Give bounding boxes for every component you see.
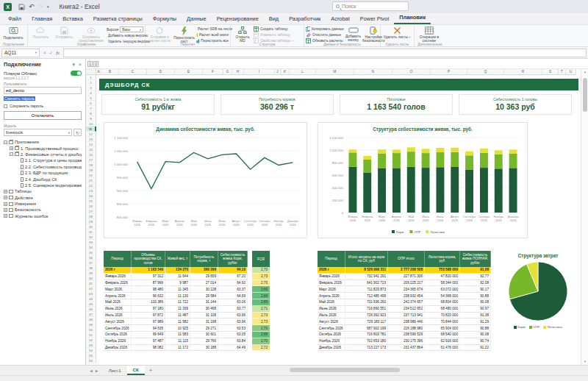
row-header[interactable]: 17 xyxy=(86,157,96,163)
vertical-scrollbar[interactable]: ▲ ▼ xyxy=(581,69,588,365)
table-cell[interactable]: 91,22 xyxy=(460,345,491,352)
table-cell[interactable]: 230 175 396 xyxy=(388,338,425,345)
row-header[interactable]: 33 xyxy=(86,240,96,245)
table-cell[interactable]: 64,16 xyxy=(218,267,248,274)
row-header[interactable]: 9 xyxy=(86,116,96,121)
table-cell[interactable]: 238 932 454 xyxy=(388,293,425,299)
row-header[interactable]: 11 xyxy=(86,127,96,132)
table-cell[interactable]: 30 468 xyxy=(190,306,218,313)
row-header[interactable]: 3 xyxy=(86,85,96,90)
save-icon[interactable] xyxy=(18,4,25,10)
ribbon-tab[interactable]: Плановик xyxy=(394,12,431,24)
table-cell[interactable]: 360 296 xyxy=(190,267,218,274)
calc-book-button[interactable]: Расчет всей книги xyxy=(196,32,229,38)
column-header[interactable]: B xyxy=(101,69,119,74)
table-cell[interactable]: Май 2026 xyxy=(318,299,345,306)
table-cell[interactable]: Декабрь 2026 xyxy=(104,345,132,352)
table-cell[interactable]: Январь 2026 xyxy=(318,274,345,280)
pie-chart-block[interactable]: Структура затрат КормОПРЛогистика xyxy=(497,253,579,329)
tree-item[interactable]: 2.5. Сценарное моделирование xyxy=(4,182,82,188)
row-header[interactable]: 22 xyxy=(86,183,96,188)
table-cell[interactable]: 27 014 xyxy=(190,280,218,287)
table-cell[interactable]: 702 653 180 xyxy=(345,338,388,345)
new-sheet-icon[interactable]: + xyxy=(145,366,157,375)
table-cell[interactable]: Октябрь 2026 xyxy=(318,332,345,338)
table-cell[interactable]: 62 916 000 xyxy=(425,338,460,345)
fcr-cell[interactable]: 2,70 xyxy=(252,325,270,332)
table-cell[interactable]: 716 890 551 xyxy=(345,306,388,313)
table-cell[interactable]: 63,96 xyxy=(218,318,248,325)
table-cell[interactable]: 63,06 xyxy=(218,299,248,306)
version-select[interactable]: Base▾ xyxy=(120,26,143,32)
table-cell[interactable]: Ноябрь 2026 xyxy=(318,338,345,345)
row-header[interactable]: 6 xyxy=(86,101,96,106)
create-table-button[interactable]: Создать таблицу xyxy=(254,26,301,32)
column-header[interactable]: G xyxy=(223,69,232,74)
table-cell[interactable]: 227 871 306 xyxy=(388,274,425,280)
table-cell[interactable]: Май 2026 xyxy=(104,299,132,306)
hscroll-thumb[interactable] xyxy=(290,368,400,372)
outline-level-2-button[interactable]: 2 xyxy=(93,61,98,67)
row-header[interactable]: 18 xyxy=(86,163,96,168)
row-header[interactable]: 4 xyxy=(86,90,96,96)
table-cell[interactable]: 99 649 xyxy=(132,332,165,338)
fcr-cell[interactable]: 2,70 xyxy=(252,280,270,287)
row-header[interactable]: 5 xyxy=(86,96,96,101)
table-cell[interactable]: 90,88 xyxy=(460,293,491,299)
calc-sdb-button[interactable]: Расчет SDB на листе xyxy=(196,26,229,32)
ribbon-tab[interactable]: Файл xyxy=(3,13,26,24)
column-header[interactable]: Q xyxy=(467,69,504,74)
row-header[interactable]: 35 xyxy=(86,250,96,255)
table-cell[interactable]: 11 722 xyxy=(165,299,190,306)
table-cell[interactable]: 90,17 xyxy=(460,286,491,293)
table-cell[interactable]: 68 804 000 xyxy=(425,299,460,306)
table-cell[interactable]: 726 392 923 xyxy=(345,313,388,319)
fcr-cell[interactable]: 2,73 xyxy=(252,313,270,319)
table-cell[interactable]: Июль 2026 xyxy=(104,313,132,319)
table-cell[interactable]: 90,08 xyxy=(460,299,491,306)
table-cell[interactable]: 87 996 xyxy=(132,280,165,287)
table-cell[interactable]: 63 072 000 xyxy=(425,286,460,293)
column-header[interactable]: U xyxy=(566,69,576,74)
row-header[interactable]: 28 xyxy=(86,214,96,219)
fcr-cell[interactable]: 2,66 xyxy=(252,299,270,306)
row-header[interactable]: 13 xyxy=(86,137,96,142)
disconnect-button[interactable]: Отключить xyxy=(4,111,82,120)
horizontal-scrollbar[interactable] xyxy=(287,367,578,373)
fcr-cell[interactable]: 2,72 xyxy=(252,345,270,352)
row-header[interactable]: 39 xyxy=(86,271,96,276)
next-sheet-icon[interactable]: ▶ xyxy=(96,368,98,373)
table-cell[interactable]: 31 198 xyxy=(190,318,218,325)
row-header[interactable]: 16 xyxy=(86,152,96,157)
table-cell[interactable]: 11 582 xyxy=(165,318,190,325)
table-cell[interactable]: 753 588 000 xyxy=(425,267,460,274)
table-cell[interactable]: 716 803 781 xyxy=(345,332,388,338)
row-header[interactable]: 19 xyxy=(86,168,96,173)
change-password-link[interactable]: Сменить пароль xyxy=(4,96,35,101)
table-cell[interactable]: 231 437 864 xyxy=(388,345,425,352)
table-cell[interactable]: 234 365 674 xyxy=(388,286,425,293)
row-header[interactable]: 29 xyxy=(86,219,96,224)
table-cell[interactable]: 11 583 xyxy=(165,332,190,338)
table-cell[interactable]: Апрель 2026 xyxy=(104,293,132,299)
table-cell[interactable]: Октябрь 2026 xyxy=(104,332,132,338)
table-cell[interactable]: 226 188 980 xyxy=(388,325,425,332)
table-cell[interactable]: Сентябрь 2026 xyxy=(104,325,132,332)
table-cell[interactable]: 94 635 xyxy=(132,325,165,332)
column-header[interactable]: I xyxy=(244,69,275,74)
row-header[interactable]: 54 xyxy=(86,348,96,353)
table-cell[interactable]: 58 344 000 xyxy=(425,280,460,287)
row-header[interactable]: 45 xyxy=(86,302,96,307)
row-header[interactable]: 14 xyxy=(86,142,96,147)
ribbon-tab[interactable]: Acrobat xyxy=(326,13,354,24)
tree-item[interactable]: +1. Производственный процесс xyxy=(4,145,82,151)
table-cell[interactable]: Февраль 2026 xyxy=(318,280,345,287)
table-cell[interactable]: 90,97 xyxy=(460,306,491,313)
table-cell[interactable]: 91,29 xyxy=(460,318,491,325)
table-cell[interactable]: Август 2026 xyxy=(104,318,132,325)
table-cell[interactable]: Декабрь 2026 xyxy=(318,345,345,352)
fcr-cell[interactable]: 2,66 xyxy=(252,332,270,338)
table-cell[interactable]: 70 844 000 xyxy=(425,318,460,325)
tree-expander-icon[interactable]: + xyxy=(4,190,7,193)
tree-item[interactable]: −Приложения xyxy=(4,139,82,145)
